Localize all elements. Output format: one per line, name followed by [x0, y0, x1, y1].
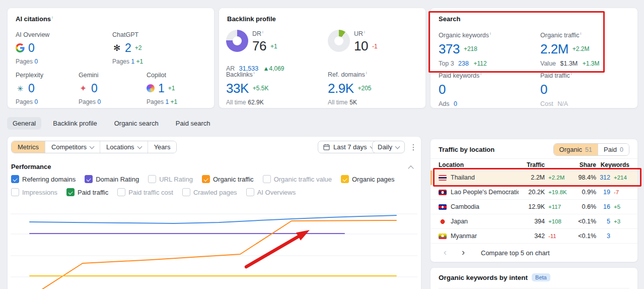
pages-value[interactable]: 1 — [165, 98, 169, 105]
citations-value[interactable]: 0 — [28, 41, 35, 55]
segment-metrics[interactable]: Metrics — [12, 141, 45, 153]
tab-backlink-profile[interactable]: Backlink profile — [47, 117, 102, 130]
toggle-organic[interactable]: Organic51 — [554, 144, 598, 155]
location-row-lao-people-s-democratic-reput[interactable]: Lao People's Democratic Reput20.2K+19.8K… — [431, 185, 637, 200]
date-range-button[interactable]: Last 7 days — [318, 141, 380, 153]
annotation-arrow-line — [246, 236, 300, 267]
organic-keywords-label: Organic keywordsi — [439, 31, 534, 39]
citations-value[interactable]: 0 — [91, 82, 98, 95]
prev-page-button[interactable]: ‹ — [439, 246, 452, 259]
share-value: 0.6% — [570, 203, 596, 210]
checkbox-impressions[interactable]: Impressions — [11, 188, 57, 196]
checkbox-organic-traffic[interactable]: Organic traffic — [202, 175, 254, 183]
tab-organic-search[interactable]: Organic search — [109, 117, 164, 130]
checkbox-domain-rating[interactable]: Domain Rating — [85, 175, 139, 183]
compare-top5-link[interactable]: Compare top 5 on chart — [481, 249, 550, 257]
keywords-value[interactable]: 3 — [596, 233, 610, 240]
more-options-button[interactable]: ⋮ — [407, 141, 419, 154]
info-icon: i — [571, 72, 572, 76]
cost-row: Cost N/A — [540, 100, 636, 107]
chevron-down-icon — [90, 144, 95, 149]
checkbox-crawled-pages[interactable]: Crawled pages — [182, 188, 237, 196]
ai-citations-title: AI citationsi — [16, 15, 53, 23]
keywords-value[interactable]: 16 — [596, 203, 610, 210]
location-row-cambodia[interactable]: Cambodia12.9K+1170.6%16+5 — [431, 200, 637, 214]
checkbox-organic-pages[interactable]: Organic pages — [341, 175, 395, 183]
organic-keywords-value[interactable]: 373 — [439, 41, 460, 57]
ai-citation-gemini: Gemini✦0Pages 0 — [79, 72, 149, 105]
pages-value[interactable]: 1 — [131, 58, 134, 65]
toggle-paid[interactable]: Paid0 — [598, 144, 629, 155]
pages-row: Pages 1 +1 — [147, 98, 217, 105]
location-name: Japan — [451, 218, 468, 225]
keywords-value[interactable]: 312 — [596, 174, 610, 181]
checkbox-ai-overviews[interactable]: AI Overviews — [246, 188, 296, 196]
backlink-profile-title: Backlink profile — [227, 15, 276, 23]
chevron-down-icon — [137, 144, 142, 149]
next-page-button[interactable]: › — [457, 246, 470, 259]
backlinks-label: Backlinksi — [226, 71, 322, 78]
pages-row: Pages 0 — [16, 98, 86, 105]
col-keywords: Keywords — [596, 161, 629, 168]
backlinks-alltime: All time62.9K — [226, 99, 322, 106]
segment-locations[interactable]: Locations — [100, 141, 148, 153]
tab-general[interactable]: General — [7, 117, 41, 130]
organic-keywords-block: Organic keywordsi 373 +218 Top 3 238 +11… — [439, 31, 534, 67]
checkbox-referring-domains[interactable]: Referring domains — [11, 175, 76, 183]
info-icon: i — [581, 31, 582, 36]
ai-citation-copilot: Copilot1+1Pages 1 +1 — [147, 72, 217, 105]
chevron-down-icon — [395, 144, 400, 149]
pages-value[interactable]: 0 — [34, 98, 38, 105]
metric-checkbox-group: Referring domainsDomain RatingURL Rating… — [11, 175, 418, 196]
info-icon: i — [262, 30, 263, 34]
paid-keywords-block: Paid keywordsi 0 Ads 0 — [439, 72, 534, 107]
top3-value[interactable]: 238 — [458, 60, 469, 67]
citations-value[interactable]: 2 — [125, 41, 131, 55]
ref-domains-value[interactable]: 2.9K — [328, 81, 354, 96]
checkbox-url-rating[interactable]: URL Rating — [148, 175, 193, 183]
info-icon: i — [490, 31, 491, 36]
paid-traffic-value[interactable]: 0 — [540, 82, 547, 97]
info-icon: i — [254, 71, 255, 75]
pages-value[interactable]: 0 — [34, 58, 38, 65]
traffic-value: 12.9K — [519, 203, 545, 210]
chart-mode-segments: MetricsCompetitorsLocationsYears — [11, 141, 177, 153]
ads-value[interactable]: 0 — [454, 100, 457, 107]
granularity-button[interactable]: Daily — [372, 141, 405, 153]
keywords-delta: +3 — [610, 218, 629, 224]
keywords-value[interactable]: 19 — [596, 189, 610, 196]
backlinks-block: Backlinksi 33K +5.5K All time62.9K — [226, 71, 322, 106]
organic-keywords-delta: +218 — [464, 45, 477, 52]
backlinks-value[interactable]: 33K — [226, 81, 249, 96]
traffic-value: 394 — [519, 218, 545, 225]
location-row-thailand[interactable]: Thailand2.2M+2.2M98.4%312+214 — [431, 170, 637, 185]
info-icon: i — [364, 30, 365, 34]
ai-source-label: Copilot — [147, 72, 217, 79]
collapse-section-button[interactable] — [409, 165, 414, 170]
segment-competitors[interactable]: Competitors — [45, 141, 100, 153]
paid-keywords-value[interactable]: 0 — [439, 82, 446, 97]
tab-paid-search[interactable]: Paid search — [170, 117, 216, 130]
citations-value[interactable]: 1 — [158, 82, 165, 95]
citations-delta: +2 — [135, 44, 142, 51]
performance-line-chart — [8, 200, 421, 289]
traffic-value: 2.2M — [519, 174, 545, 181]
url-rating-block: URi 10 -1 — [328, 30, 378, 54]
checkbox-paid-traffic[interactable]: Paid traffic — [66, 188, 108, 196]
pages-row: Pages 0 — [79, 98, 149, 105]
checkbox-organic-traffic-value[interactable]: Organic traffic value — [263, 175, 332, 183]
gemini-icon: ✦ — [79, 84, 88, 93]
checkbox-paid-traffic-cost[interactable]: Paid traffic cost — [117, 188, 173, 196]
series-organic-traffic — [32, 220, 396, 289]
ref-domains-block: Ref. domainsi 2.9K +205 All time5K — [328, 71, 423, 106]
pages-value[interactable]: 0 — [97, 98, 101, 105]
location-row-myanmar[interactable]: Myanmar342-11<0.1%3 — [431, 229, 637, 244]
organic-traffic-value[interactable]: 2.2M — [540, 41, 568, 57]
location-row-japan[interactable]: Japan394+108<0.1%5+3 — [431, 214, 637, 229]
ur-value: 10 — [354, 38, 368, 54]
copilot-icon — [147, 84, 155, 92]
keywords-value[interactable]: 5 — [596, 218, 610, 225]
segment-years[interactable]: Years — [148, 141, 177, 153]
citations-value[interactable]: 0 — [28, 82, 35, 95]
organic-traffic-delta: +2.2M — [573, 45, 590, 52]
